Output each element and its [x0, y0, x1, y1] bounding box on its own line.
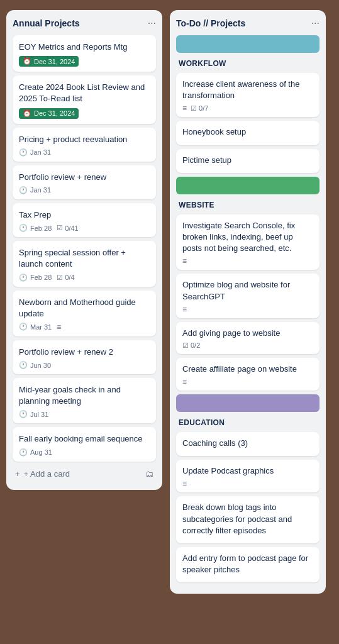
card-honeybook[interactable]: Honeybook setup: [176, 121, 320, 145]
annual-projects-board: Annual Projects ··· EOY Metrics and Repo…: [6, 10, 162, 490]
checklist-badge: ☑ 0/7: [191, 104, 208, 113]
date-plain: 🕐 Aug 31: [19, 448, 52, 457]
card-title: Tax Prep: [19, 209, 150, 221]
date-plain: 🕐 Jan 31: [19, 186, 51, 194]
clock-icon: 🕐: [19, 323, 28, 331]
website-section-header: [176, 177, 320, 194]
board-title-left: Annual Projects: [13, 18, 80, 28]
card-book-list[interactable]: Create 2024 Book List Review and 2025 To…: [13, 75, 156, 123]
card-client-awareness[interactable]: Increase client awareness of the transfo…: [176, 73, 320, 117]
card-meta: 🕐 Feb 28 ☑ 0/4: [19, 274, 150, 282]
card-title: Increase client awareness of the transfo…: [182, 79, 313, 101]
card-coaching-calls[interactable]: Coaching calls (3): [176, 432, 320, 456]
add-card-label: + Add a card: [24, 469, 70, 479]
card-title: Portfolio review + renew: [19, 172, 150, 183]
clock-icon: 🕐: [19, 224, 28, 232]
card-title: Coaching calls (3): [182, 438, 313, 449]
education-section-header: [176, 394, 320, 412]
card-meta: 🕐 Mar 31 ≡: [19, 323, 150, 331]
card-portfolio-jan[interactable]: Portfolio review + renew 🕐 Jan 31: [13, 165, 156, 199]
card-searchgpt[interactable]: Optimize blog and website for SearchGPT …: [176, 274, 320, 318]
card-newborn-guide[interactable]: Newborn and Motherhood guide update 🕐 Ma…: [13, 291, 156, 336]
boards-container: Annual Projects ··· EOY Metrics and Repo…: [6, 10, 333, 594]
card-blog-tags[interactable]: Break down blog tags into subcategories …: [176, 496, 320, 543]
date-badge: ⏰ Dec 31, 2024: [19, 56, 79, 67]
card-meta: 🕐 Jan 31: [19, 148, 150, 157]
card-meta: 🕐 Feb 28 ☑ 0/41: [19, 224, 150, 232]
board-menu-left[interactable]: ···: [148, 18, 156, 29]
add-card-button[interactable]: + + Add a card 🗂: [13, 465, 156, 482]
card-podcast-graphics[interactable]: Update Podcast graphics ≡: [176, 460, 320, 492]
date-plain: 🕐 Feb 28: [19, 274, 52, 282]
education-label: EDUCATION: [176, 416, 320, 432]
card-giving-page[interactable]: Add giving page to website ☑ 0/2: [176, 322, 320, 354]
card-title: Create 2024 Book List Review and 2025 To…: [19, 82, 150, 104]
date-plain: 🕐 Jan 31: [19, 148, 51, 157]
card-meta: 🕐 Jul 31: [19, 410, 150, 418]
board-menu-right[interactable]: ···: [311, 18, 320, 29]
card-affiliate-page[interactable]: Create affiliate page on website ≡: [176, 358, 320, 391]
card-meta: ≡: [182, 377, 313, 386]
clock-icon: 🕐: [19, 448, 28, 457]
date-badge: ⏰ Dec 31, 2024: [19, 108, 79, 119]
card-title: Pictime setup: [182, 155, 313, 166]
date-plain: 🕐 Jun 30: [19, 361, 51, 369]
card-title: Add giving page to website: [182, 328, 313, 339]
card-title: Fall early booking email sequence: [19, 433, 150, 445]
website-label: WEBSITE: [176, 198, 320, 214]
card-title: Add entry form to podcast page for speak…: [182, 553, 313, 575]
card-meta: ≡: [182, 479, 313, 488]
card-meta: ⏰ Dec 31, 2024: [19, 56, 150, 67]
clock-icon: 🕐: [19, 274, 28, 282]
card-pictime[interactable]: Pictime setup: [176, 149, 320, 173]
card-meta: ≡: [182, 257, 313, 265]
desc-icon: ≡: [182, 377, 187, 386]
plus-icon: +: [15, 469, 20, 479]
checklist-badge: ☑ 0/4: [57, 274, 74, 282]
todo-projects-board: To-Do // Projects ··· WORKFLOW Increase …: [170, 10, 326, 594]
board-header-right: To-Do // Projects ···: [176, 18, 320, 29]
card-pricing[interactable]: Pricing + product reevaluation 🕐 Jan 31: [13, 128, 156, 162]
card-meta: ≡ ☑ 0/7: [182, 104, 313, 113]
card-tax-prep[interactable]: Tax Prep 🕐 Feb 28 ☑ 0/41: [13, 203, 156, 237]
card-title: Portfolio review + renew 2: [19, 347, 150, 358]
card-title: Honeybook setup: [182, 126, 313, 138]
card-meta: 🕐 Jan 31: [19, 186, 150, 194]
board-header-left: Annual Projects ···: [13, 18, 156, 29]
checklist-icon: ☑: [182, 341, 189, 350]
card-title: Spring special session offer + launch co…: [19, 247, 150, 270]
card-title: Investigate Search Console, fix broken l…: [182, 220, 313, 255]
checklist-badge: ☑ 0/2: [182, 341, 200, 350]
workflow-label: WORKFLOW: [176, 57, 320, 73]
clock-icon: 🕐: [19, 186, 28, 194]
checklist-icon: ☑: [57, 224, 63, 232]
card-title: Newborn and Motherhood guide update: [19, 297, 150, 319]
desc-icon: ≡: [182, 104, 187, 113]
card-title: Mid-year goals check in and planning mee…: [19, 384, 150, 407]
clock-icon: ⏰: [23, 109, 31, 118]
card-entry-form[interactable]: Add entry form to podcast page for speak…: [176, 547, 320, 582]
checklist-badge: ☑ 0/41: [57, 224, 78, 232]
card-meta: ☑ 0/2: [182, 341, 313, 350]
workflow-section-header: [176, 35, 320, 53]
card-fall-booking[interactable]: Fall early booking email sequence 🕐 Aug …: [13, 427, 156, 461]
card-title: EOY Metrics and Reports Mtg: [19, 42, 150, 53]
card-title: Create affiliate page on website: [182, 364, 313, 375]
board-title-right: To-Do // Projects: [176, 18, 245, 28]
date-plain: 🕐 Jul 31: [19, 410, 48, 418]
card-title: Update Podcast graphics: [182, 465, 313, 477]
clock-icon: 🕐: [19, 410, 28, 418]
card-search-console[interactable]: Investigate Search Console, fix broken l…: [176, 214, 320, 270]
card-eoy-metrics[interactable]: EOY Metrics and Reports Mtg ⏰ Dec 31, 20…: [13, 35, 156, 72]
card-title: Optimize blog and website for SearchGPT: [182, 279, 313, 302]
card-meta: ⏰ Dec 31, 2024: [19, 108, 150, 119]
card-spring-session[interactable]: Spring special session offer + launch co…: [13, 241, 156, 286]
card-meta: 🕐 Aug 31: [19, 448, 150, 457]
clock-icon: 🕐: [19, 361, 28, 369]
clock-icon: ⏰: [23, 57, 31, 65]
card-portfolio-jun[interactable]: Portfolio review + renew 2 🕐 Jun 30: [13, 340, 156, 374]
card-title: Break down blog tags into subcategories …: [182, 502, 313, 536]
card-midyear-goals[interactable]: Mid-year goals check in and planning mee…: [13, 378, 156, 423]
date-plain: 🕐 Feb 28: [19, 224, 52, 232]
date-plain: 🕐 Mar 31: [19, 323, 52, 331]
